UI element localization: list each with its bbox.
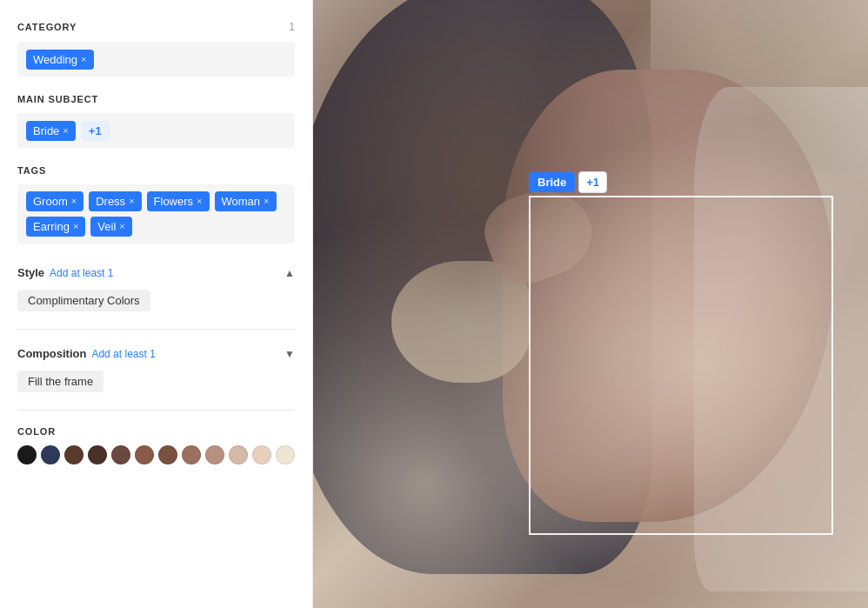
tags-header: TAGS [17,165,295,176]
composition-label: Composition [17,347,86,360]
category-title: CATEGORY [17,22,77,32]
tag-wedding-label: Wedding [33,53,77,66]
color-title: Color [17,426,56,437]
tag-wedding[interactable]: Wedding × [26,50,94,70]
color-swatch-9[interactable] [229,445,248,464]
tag-flowers[interactable]: Flowers × [147,191,210,211]
tag-veil-close[interactable]: × [119,222,124,231]
color-section: Color [17,423,295,464]
style-row[interactable]: Style Add at least 1 ▲ [17,261,295,284]
color-swatch-3[interactable] [88,445,107,464]
tag-bride-label: Bride [33,124,59,137]
color-swatch-4[interactable] [111,445,130,464]
color-swatch-0[interactable] [17,445,37,464]
color-swatch-6[interactable] [158,445,177,464]
category-section: CATEGORY 1 Wedding × [17,21,295,77]
main-subject-header: MAIN SUBJECT [17,94,295,104]
photo-overlay [313,0,868,608]
tag-woman[interactable]: Woman × [215,191,277,211]
tag-veil[interactable]: Veil × [90,217,131,237]
photo-background: Bride +1 [313,0,868,608]
tag-groom[interactable]: Groom × [26,191,83,211]
main-subject-section: MAIN SUBJECT Bride × +1 [17,94,295,148]
right-panel: Bride +1 [313,0,868,608]
tag-flowers-close[interactable]: × [197,197,202,206]
style-arrow-icon: ▲ [284,267,295,279]
main-subject-tags-area: Bride × +1 [17,113,295,148]
color-swatch-1[interactable] [41,445,60,464]
style-value[interactable]: Complimentary Colors [17,290,150,311]
tag-earring-close[interactable]: × [73,222,78,231]
tags-title: TAGS [17,165,46,176]
tag-earring-label: Earring [33,220,70,233]
color-swatch-11[interactable] [276,445,295,464]
category-header: CATEGORY 1 [17,21,295,33]
composition-section: Composition Add at least 1 ▼ Fill the fr… [17,342,295,392]
tag-groom-label: Groom [33,195,68,208]
image-bride-plus[interactable]: +1 [578,171,607,193]
divider-1 [17,329,295,330]
style-add-label: Add at least 1 [50,267,113,279]
tag-dress-close[interactable]: × [129,197,134,206]
style-label: Style [17,266,44,279]
composition-add-label: Add at least 1 [91,348,155,360]
composition-row[interactable]: Composition Add at least 1 ▼ [17,342,295,365]
image-label: Bride +1 [529,171,607,193]
composition-value[interactable]: Fill the frame [17,371,103,392]
category-count: 1 [289,21,295,33]
image-bride-tag[interactable]: Bride [529,172,575,192]
tag-dress[interactable]: Dress × [89,191,141,211]
style-row-left: Style Add at least 1 [17,266,113,279]
main-subject-title: MAIN SUBJECT [17,94,98,104]
tag-bride-close[interactable]: × [63,126,68,136]
tag-earring[interactable]: Earring × [26,217,85,237]
tag-woman-close[interactable]: × [264,197,269,206]
color-swatch-7[interactable] [182,445,201,464]
color-swatch-5[interactable] [135,445,154,464]
composition-arrow-icon: ▼ [284,348,295,360]
tag-flowers-label: Flowers [154,195,194,208]
category-tags-area: Wedding × [17,42,295,77]
tag-bride[interactable]: Bride × [26,121,76,141]
divider-2 [17,410,295,411]
main-subject-plus[interactable]: +1 [81,121,110,141]
composition-row-left: Composition Add at least 1 [17,347,156,360]
tag-groom-close[interactable]: × [71,197,77,206]
style-section: Style Add at least 1 ▲ Complimentary Col… [17,261,295,311]
color-swatch-10[interactable] [252,445,271,464]
color-swatches [17,445,295,464]
tags-area: Groom × Dress × Flowers × Woman × Earrin… [17,184,295,244]
color-swatch-2[interactable] [64,445,83,464]
tag-woman-label: Woman [222,195,261,208]
tag-wedding-close[interactable]: × [81,55,86,64]
tags-section: TAGS Groom × Dress × Flowers × Woman × E… [17,165,295,244]
tag-veil-label: Veil [97,220,116,233]
tag-dress-label: Dress [96,195,125,208]
color-swatch-8[interactable] [205,445,224,464]
left-panel: CATEGORY 1 Wedding × MAIN SUBJECT Bride … [0,0,313,608]
